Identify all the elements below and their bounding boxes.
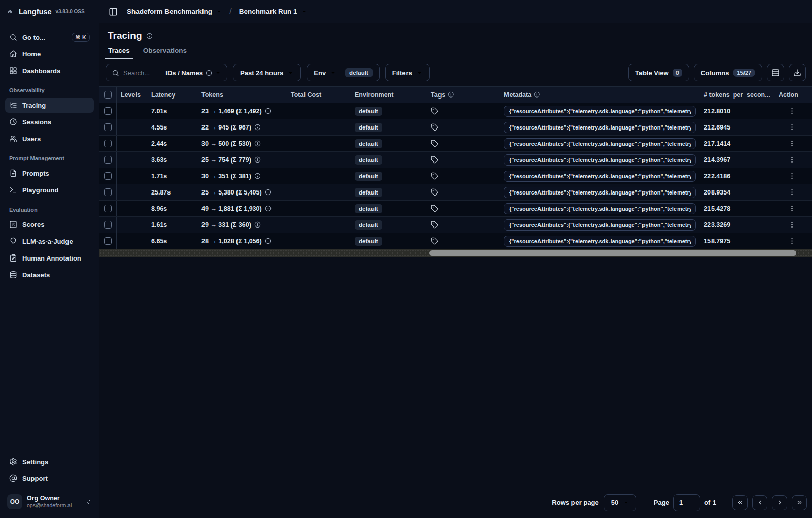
column-header-tokens-per-second[interactable]: # tokens_per_secon... (701, 87, 774, 103)
table-row[interactable]: 1.71s 30 → 351 (Σ 381) default {"resourc… (99, 168, 812, 184)
row-checkbox[interactable] (104, 156, 112, 164)
sidebar-item-datasets[interactable]: Datasets (5, 267, 94, 282)
sidebar-item-sessions[interactable]: Sessions (5, 114, 94, 130)
table-row[interactable]: 6.65s 28 → 1,028 (Σ 1,056) default {"res… (99, 233, 812, 249)
row-checkbox[interactable] (104, 123, 112, 131)
sidebar-item-prompts[interactable]: Prompts (5, 166, 94, 181)
metadata-pill[interactable]: {"resourceAttributes":{"telemetry.sdk.la… (504, 219, 696, 231)
row-checkbox[interactable] (104, 107, 112, 115)
row-checkbox[interactable] (104, 221, 112, 229)
info-icon[interactable] (254, 221, 261, 228)
sidebar-item-goto[interactable]: Go to... ⌘ K (5, 29, 94, 45)
info-icon[interactable] (265, 108, 272, 114)
row-actions-button[interactable] (785, 202, 798, 215)
filters-button[interactable]: Filters (385, 64, 430, 81)
row-actions-button[interactable] (785, 121, 798, 134)
sidebar-toggle-button[interactable] (106, 4, 121, 19)
scrollbar-thumb[interactable] (429, 250, 796, 256)
column-header-levels[interactable]: Levels (117, 87, 148, 103)
select-all-checkbox[interactable] (104, 91, 112, 99)
tag-icon[interactable] (431, 172, 438, 180)
metadata-pill[interactable]: {"resourceAttributes":{"telemetry.sdk.la… (504, 203, 696, 214)
org-selector[interactable]: Shadeform Benchmarking (123, 5, 226, 18)
column-header-latency[interactable]: Latency (148, 87, 198, 103)
info-icon[interactable] (146, 33, 153, 39)
row-actions-button[interactable] (785, 137, 798, 150)
tag-icon[interactable] (431, 123, 438, 131)
row-actions-button[interactable] (785, 153, 798, 167)
metadata-pill[interactable]: {"resourceAttributes":{"telemetry.sdk.la… (504, 187, 696, 198)
metadata-pill[interactable]: {"resourceAttributes":{"telemetry.sdk.la… (504, 138, 696, 149)
search-input[interactable] (123, 69, 157, 77)
info-icon[interactable] (265, 205, 272, 212)
last-page-button[interactable] (792, 495, 807, 510)
sidebar-item-playground[interactable]: Playground (5, 182, 94, 198)
row-height-button[interactable] (767, 64, 784, 81)
row-checkbox[interactable] (104, 188, 112, 196)
page-number-input[interactable] (673, 494, 700, 511)
sidebar-item-llm-as-a-judge[interactable]: LLM-as-a-Judge (5, 234, 94, 249)
sidebar-item-support[interactable]: Support (5, 471, 94, 486)
tag-icon[interactable] (431, 221, 438, 229)
table-row[interactable]: 8.96s 49 → 1,881 (Σ 1,930) default {"res… (99, 201, 812, 217)
table-view-button[interactable]: Table View 0 (628, 64, 689, 81)
user-menu[interactable]: OO Org Owner ops@shadeform.ai (5, 492, 94, 512)
rows-per-page-select[interactable]: 50 (604, 494, 636, 511)
time-range-button[interactable]: Past 24 hours (233, 64, 301, 81)
tag-icon[interactable] (431, 188, 438, 196)
table-row[interactable]: 25.87s 25 → 5,380 (Σ 5,405) default {"re… (99, 184, 812, 201)
sidebar-item-tracing[interactable]: Tracing (5, 98, 94, 113)
row-actions-button[interactable] (785, 235, 798, 248)
columns-button[interactable]: Columns 15/27 (694, 64, 762, 81)
table-row[interactable]: 3.63s 25 → 754 (Σ 779) default {"resourc… (99, 152, 812, 168)
tab-observations[interactable]: Observations (143, 47, 187, 59)
table-row[interactable]: 2.44s 30 → 500 (Σ 530) default {"resourc… (99, 136, 812, 152)
tag-icon[interactable] (431, 140, 438, 147)
table-row[interactable]: 1.61s 29 → 331 (Σ 360) default {"resourc… (99, 217, 812, 233)
first-page-button[interactable] (732, 495, 748, 510)
row-checkbox[interactable] (104, 205, 112, 212)
metadata-pill[interactable]: {"resourceAttributes":{"telemetry.sdk.la… (504, 122, 696, 133)
column-header-tags[interactable]: Tags (427, 87, 500, 103)
sidebar-item-users[interactable]: Users (5, 131, 94, 146)
info-icon[interactable] (254, 156, 261, 163)
column-header-metadata[interactable]: Metadata (500, 87, 701, 103)
project-selector[interactable]: Benchmark Run 1 (235, 5, 312, 18)
tab-traces[interactable]: Traces (108, 47, 130, 59)
metadata-pill[interactable]: {"resourceAttributes":{"telemetry.sdk.la… (504, 154, 696, 166)
next-page-button[interactable] (772, 495, 787, 510)
column-header-environment[interactable]: Environment (348, 87, 427, 103)
env-filter-button[interactable]: Env default (307, 64, 380, 81)
row-checkbox[interactable] (104, 140, 112, 147)
table-row[interactable]: 7.01s 23 → 1,469 (Σ 1,492) default {"res… (99, 103, 812, 119)
info-icon[interactable] (254, 140, 261, 147)
row-actions-button[interactable] (785, 218, 798, 232)
horizontal-scrollbar[interactable] (99, 249, 812, 257)
column-header-total-cost[interactable]: Total Cost (285, 87, 348, 103)
metadata-pill[interactable]: {"resourceAttributes":{"telemetry.sdk.la… (504, 236, 696, 247)
info-icon[interactable] (254, 124, 261, 131)
metadata-pill[interactable]: {"resourceAttributes":{"telemetry.sdk.la… (504, 171, 696, 182)
row-actions-button[interactable] (785, 186, 798, 199)
table-row[interactable]: 4.55s 22 → 945 (Σ 967) default {"resourc… (99, 119, 812, 136)
export-button[interactable] (789, 64, 806, 81)
info-icon[interactable] (254, 173, 261, 179)
sidebar-item-settings[interactable]: Settings (5, 454, 94, 469)
info-icon[interactable] (265, 238, 272, 244)
sidebar-item-dashboards[interactable]: Dashboards (5, 63, 94, 78)
row-checkbox[interactable] (104, 237, 112, 245)
metadata-pill[interactable]: {"resourceAttributes":{"telemetry.sdk.la… (504, 106, 696, 117)
sidebar-item-home[interactable]: Home (5, 46, 94, 61)
tag-icon[interactable] (431, 107, 438, 115)
prev-page-button[interactable] (752, 495, 767, 510)
info-icon[interactable] (265, 189, 272, 196)
tag-icon[interactable] (431, 237, 438, 245)
tag-icon[interactable] (431, 205, 438, 212)
tag-icon[interactable] (431, 156, 438, 164)
column-header-tokens[interactable]: Tokens (198, 87, 285, 103)
sidebar-item-human-annotation[interactable]: Human Annotation (5, 250, 94, 266)
row-checkbox[interactable] (104, 172, 112, 180)
search-mode-selector[interactable]: IDs / Names (165, 69, 221, 77)
row-actions-button[interactable] (785, 105, 798, 118)
row-actions-button[interactable] (785, 170, 798, 183)
